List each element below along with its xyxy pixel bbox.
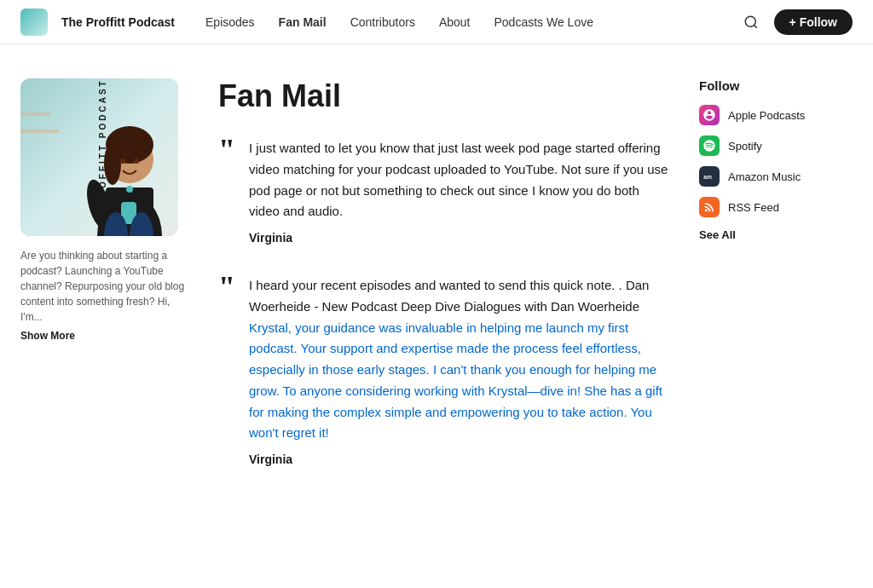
svg-point-8 xyxy=(104,142,121,185)
spotify-icon xyxy=(699,135,720,156)
fan-mail-text-2: I heard your recent episodes and wanted … xyxy=(249,275,672,444)
svg-point-14 xyxy=(126,186,133,193)
svg-line-1 xyxy=(754,25,756,27)
follow-section-title: Follow xyxy=(699,78,853,93)
nav-links: Episodes Fan Mail Contributors About Pod… xyxy=(195,10,604,34)
svg-text:am: am xyxy=(703,174,712,180)
rss-feed-label: RSS Feed xyxy=(728,201,779,214)
fan-mail-item: " I just wanted to let you know that jus… xyxy=(218,138,672,245)
amazon-music-label: Amazon Music xyxy=(728,170,801,183)
right-panel: Follow Apple Podcasts Spotify am xyxy=(699,78,853,497)
navbar: The Proffitt Podcast Episodes Fan Mail C… xyxy=(0,0,873,44)
follow-button-nav[interactable]: + Follow xyxy=(774,9,853,35)
amazon-music-icon: am xyxy=(699,166,720,187)
svg-point-0 xyxy=(745,16,755,26)
nav-link-episodes[interactable]: Episodes xyxy=(195,10,265,34)
podcast-cover: THE PROFFITT PODCAST xyxy=(20,78,178,236)
fan-mail-item-2: " I heard your recent episodes and wante… xyxy=(218,275,672,466)
svg-point-13 xyxy=(134,159,139,164)
svg-rect-17 xyxy=(20,130,59,133)
apple-podcasts-icon xyxy=(699,105,720,125)
follow-rss-feed[interactable]: RSS Feed xyxy=(699,197,853,217)
sidebar-description: Are you thinking about starting a podcas… xyxy=(20,248,191,325)
nav-link-contributors[interactable]: Contributors xyxy=(340,10,425,34)
fan-mail-author-2: Virginia xyxy=(249,453,672,466)
follow-apple-podcasts[interactable]: Apple Podcasts xyxy=(699,105,853,125)
apple-podcasts-label: Apple Podcasts xyxy=(728,109,805,122)
svg-rect-18 xyxy=(20,112,50,116)
navbar-right: + Follow xyxy=(738,9,853,35)
svg-point-12 xyxy=(120,159,125,164)
navbar-left: The Proffitt Podcast Episodes Fan Mail C… xyxy=(20,9,604,36)
fan-mail-author-1: Virginia xyxy=(249,231,672,245)
fan-mail-body-2: I heard your recent episodes and wanted … xyxy=(249,275,672,466)
fan-mail-body: I just wanted to let you know that just … xyxy=(249,138,672,245)
quote-mark-2: " xyxy=(218,272,235,466)
nav-link-podcasts-we-love[interactable]: Podcasts We Love xyxy=(483,10,603,34)
show-more-link[interactable]: Show More xyxy=(20,330,75,342)
main-container: THE PROFFITT PODCAST xyxy=(0,44,873,531)
nav-link-about[interactable]: About xyxy=(429,10,481,34)
rss-icon xyxy=(699,197,720,217)
follow-spotify[interactable]: Spotify xyxy=(699,135,853,156)
page-title: Fan Mail xyxy=(218,78,672,114)
content: Fan Mail " I just wanted to let you know… xyxy=(218,78,672,497)
quote-mark: " xyxy=(218,135,235,245)
see-all-link[interactable]: See All xyxy=(699,228,736,241)
follow-amazon-music[interactable]: am Amazon Music xyxy=(699,166,853,187)
nav-link-fan-mail[interactable]: Fan Mail xyxy=(269,10,337,34)
podcast-title: The Proffitt Podcast xyxy=(61,15,175,29)
podcast-logo[interactable] xyxy=(20,9,48,36)
fan-mail-text-1: I just wanted to let you know that just … xyxy=(249,138,672,222)
spotify-label: Spotify xyxy=(728,140,762,153)
search-button[interactable] xyxy=(738,9,764,35)
sidebar: THE PROFFITT PODCAST xyxy=(20,78,191,497)
